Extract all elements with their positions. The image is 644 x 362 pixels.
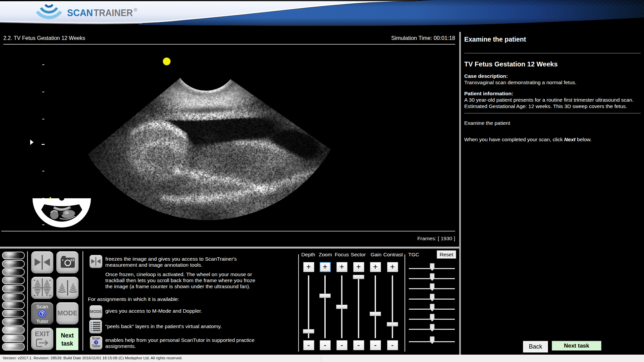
- svg-text:?: ?: [41, 311, 44, 317]
- svg-text:SCAN: SCAN: [67, 7, 93, 18]
- svg-text:®: ®: [134, 7, 137, 12]
- svg-text:?: ?: [95, 341, 97, 344]
- svg-text:TRAINER: TRAINER: [94, 7, 133, 18]
